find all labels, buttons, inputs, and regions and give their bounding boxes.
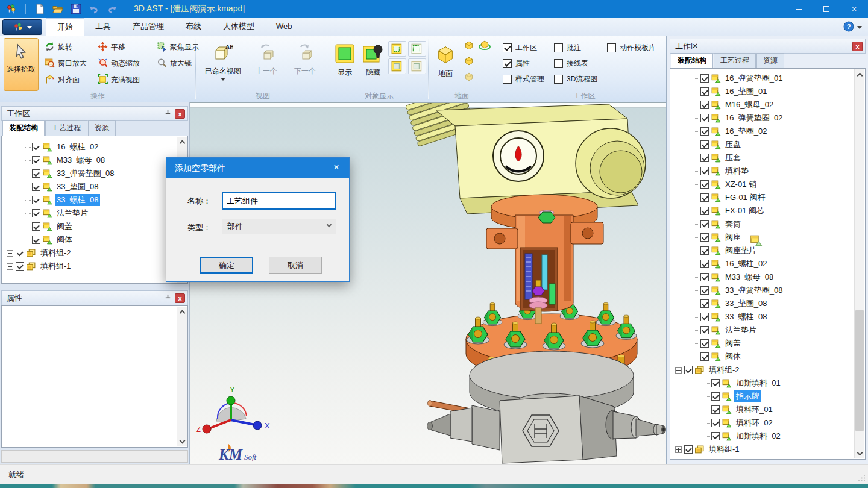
redo-button[interactable] [104,2,120,16]
tree-checkbox[interactable] [700,207,709,215]
tree-item[interactable]: 16_弹簧垫圈_02 [670,111,865,125]
tree-item[interactable]: XZ-01 销 [670,178,865,191]
tree-checkbox[interactable] [700,299,709,308]
tree-item[interactable]: 33_垫圈_08 [2,180,187,193]
tree-checkbox[interactable] [700,180,709,189]
panel-tab-1[interactable]: 工艺过程 [714,53,756,68]
panel-tab-1[interactable]: 工艺过程 [45,120,87,136]
tree-checkbox[interactable] [711,379,720,387]
tree-checkbox[interactable] [16,249,24,257]
panel-toggle-批注[interactable]: 批注 [554,40,597,55]
tree-item[interactable]: 33_垫圈_08 [670,297,865,310]
mini-cube-icon[interactable] [464,71,474,84]
tree-item[interactable]: 填料环_02 [670,416,865,430]
tree-item[interactable]: M33_螺母_08 [2,154,187,167]
help-button[interactable]: ? [843,21,854,34]
chevron-down-icon[interactable] [857,26,862,29]
checkbox[interactable] [607,43,616,52]
tree-checkbox[interactable] [700,193,709,202]
panel-toggle-样式管理[interactable]: 样式管理 [503,71,544,87]
application-menu-button[interactable] [2,19,42,35]
maximize-button[interactable] [813,0,840,18]
ribbon-tab-3[interactable]: 布线 [175,18,212,36]
checkbox[interactable] [503,43,512,52]
tree-checkbox[interactable] [700,260,709,268]
tree-checkbox[interactable] [711,392,720,401]
tree-item[interactable]: 33_弹簧垫圈_08 [2,167,187,180]
panel-toggle-接线表[interactable]: 接线表 [554,55,597,71]
tree-checkbox[interactable] [684,445,693,454]
pin-icon[interactable] [163,108,173,119]
panel-toggle-3D流程图[interactable]: 3D流程图 [554,71,597,87]
tree-checkbox[interactable] [700,273,709,281]
tree-checkbox[interactable] [684,366,693,374]
expand-toggle[interactable] [675,446,682,453]
tree-item[interactable]: 阀座垫片 [670,244,865,257]
properties-scrollbar[interactable] [177,307,187,446]
tree-checkbox[interactable] [32,222,40,231]
tree-item[interactable]: M16_螺母_02 [670,98,865,111]
tree-checkbox[interactable] [32,169,40,178]
scroll-up-button[interactable] [855,69,864,80]
pan-button[interactable]: 平移 [95,39,154,55]
checkbox[interactable] [503,75,512,84]
ribbon-tab-5[interactable]: Web [265,18,303,36]
tree-checkbox[interactable] [32,209,40,217]
open-file-button[interactable] [50,2,66,16]
align-face-button[interactable]: 对齐面 [42,72,95,88]
checkbox[interactable] [503,59,512,68]
tree-checkbox[interactable] [700,74,709,83]
tree-checkbox[interactable] [700,154,709,162]
tree-item[interactable]: 阀体 [2,233,187,246]
tree-item[interactable]: 填料组-1 [670,443,865,456]
scroll-up-button[interactable] [177,307,187,317]
display-style-4-button[interactable] [408,58,426,74]
panel-toggle-工作区[interactable]: 工作区 [503,40,544,55]
tree-item[interactable]: 阀盖 [2,220,187,233]
tree-checkbox[interactable] [700,233,709,242]
tree-checkbox[interactable] [32,143,40,151]
dialog-close-button[interactable]: × [324,158,349,178]
tree-item[interactable]: 阀体 [670,350,865,363]
pin-icon[interactable] [163,293,173,303]
window-zoom-button[interactable]: 窗口放大 [42,55,95,72]
tree-item[interactable]: 填料组-2 [2,246,187,260]
tree-item[interactable]: M33_螺母_08 [670,271,865,284]
tree-checkbox[interactable] [700,352,709,361]
tree-checkbox[interactable] [32,196,40,204]
tree-checkbox[interactable] [32,236,40,244]
tree-checkbox[interactable] [32,156,40,164]
resize-grip[interactable] [858,475,866,482]
show-button[interactable]: 显示 [332,38,358,90]
minimize-button[interactable] [785,0,813,18]
magnifier-button[interactable]: 放大镜 [154,55,194,72]
ground-button[interactable]: 地面 [431,38,460,90]
tree-item[interactable]: 填料组-1 [2,260,187,273]
tree-checkbox[interactable] [700,114,709,122]
tree-item[interactable]: 33_螺柱_08 [670,310,865,324]
new-document-button[interactable] [32,2,48,16]
tree-checkbox[interactable] [700,286,709,295]
tree-item[interactable]: 加斯填料_02 [670,430,865,443]
tree-item[interactable]: 法兰垫片 [2,207,187,220]
named-views-button[interactable]: AB 已命名视图 [201,38,245,91]
panel-toggle-属性[interactable]: 属性 [503,55,544,71]
dynamic-zoom-button[interactable]: 动态缩放 [95,55,154,72]
tree-item[interactable]: 填料垫 [670,164,865,178]
tree-item[interactable]: 指示牌 [670,390,865,403]
tree-checkbox[interactable] [700,326,709,334]
tree-checkbox[interactable] [700,101,709,109]
dialog-title-bar[interactable]: 添加空零部件 × [166,158,349,178]
tree-checkbox[interactable] [700,127,709,136]
close-button[interactable]: × [840,0,868,18]
tree-item[interactable]: 16_垫圈_02 [670,125,865,138]
tree-item[interactable]: 压盘 [670,138,865,151]
tree-item[interactable]: FG-01 阀杆 [670,191,865,204]
ribbon-tab-1[interactable]: 工具 [84,18,122,36]
checkbox[interactable] [554,75,563,84]
mini-cube-icon[interactable] [464,40,474,52]
tree-item[interactable]: 阀座 [670,231,865,244]
ribbon-tab-4[interactable]: 人体模型 [212,18,265,36]
type-select[interactable]: 部件 [222,219,336,234]
expand-toggle[interactable] [7,263,13,270]
